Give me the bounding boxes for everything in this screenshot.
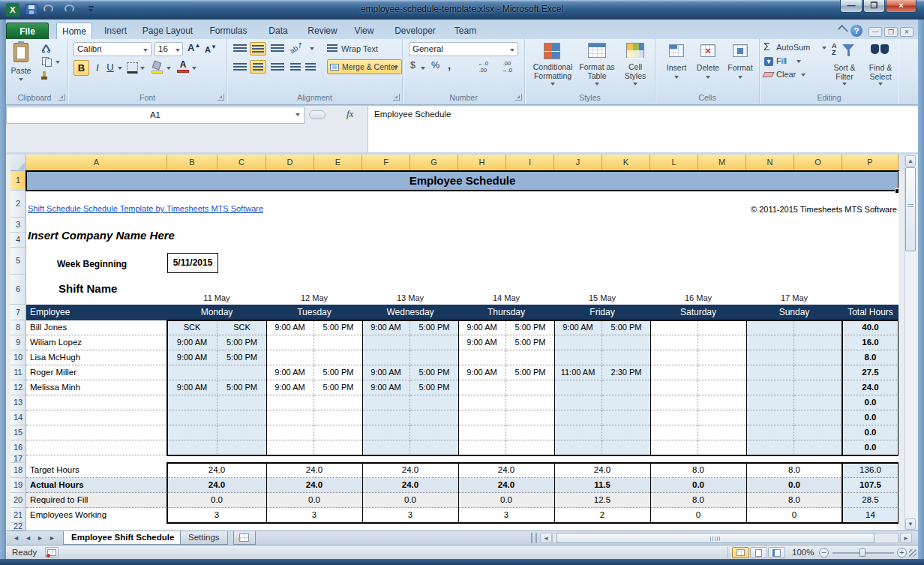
row-header-19[interactable]: 19 <box>10 478 26 493</box>
column-header-E[interactable]: E <box>314 155 362 171</box>
summary-total-r21[interactable]: 14 <box>842 508 898 523</box>
font-color-button[interactable]: A <box>176 60 190 75</box>
conditional-formatting-button[interactable]: Conditional Formatting <box>530 41 576 90</box>
underline-button[interactable]: U <box>104 60 116 76</box>
summary-value-r20-d3[interactable]: 0.0 <box>362 493 458 508</box>
paste-dropdown-icon[interactable] <box>19 78 23 81</box>
maximize-button[interactable]: ❐ <box>863 0 885 13</box>
cell-shift-start-r15-d5[interactable] <box>554 425 602 440</box>
cell-shift-end-r14-d6[interactable] <box>698 410 746 425</box>
summary-value-r20-d6[interactable]: 8.0 <box>650 493 746 508</box>
cell-shift-start-r14-d2[interactable] <box>266 410 314 425</box>
summary-value-r21-d1[interactable]: 3 <box>167 508 266 523</box>
cell-shift-start-r15-d3[interactable] <box>362 425 410 440</box>
cell-name-melissa-minh[interactable]: Melissa Minh <box>26 380 167 395</box>
cell-shift-end-r15-d6[interactable] <box>698 425 746 440</box>
resize-grip[interactable] <box>909 549 916 557</box>
column-header-I[interactable]: I <box>506 155 554 171</box>
minimize-button[interactable]: — <box>840 0 862 13</box>
cell-shift-start-r12-d5[interactable] <box>554 380 602 395</box>
cell-shift-start-r16-d1[interactable] <box>167 440 218 455</box>
column-header-D[interactable]: D <box>266 155 314 171</box>
cell-shift-end-r15-d5[interactable] <box>602 425 650 440</box>
column-header-K[interactable]: K <box>602 155 650 171</box>
workbook-restore-button[interactable]: ❐ <box>884 27 898 37</box>
cell-shift-start-r15-d1[interactable] <box>167 425 218 440</box>
summary-value-r19-d5[interactable]: 11.5 <box>554 478 650 493</box>
align-middle-icon[interactable] <box>250 42 266 56</box>
cell-styles-button[interactable]: Cell Styles <box>618 41 652 90</box>
cell-shift-end-r9-d7[interactable] <box>794 335 842 350</box>
cell-shift-end-r8-d7[interactable] <box>794 320 842 335</box>
vscroll-thumb[interactable] <box>905 167 916 251</box>
summary-value-r21-d7[interactable]: 0 <box>746 508 842 523</box>
summary-value-r19-d3[interactable]: 24.0 <box>362 478 458 493</box>
company-name-cell[interactable]: Insert Company Name Here <box>28 229 328 245</box>
cell-total-r11[interactable]: 27.5 <box>842 365 898 380</box>
italic-button[interactable]: I <box>92 60 104 76</box>
cell-shift-end-r10-d1[interactable]: 5:00 PM <box>218 350 266 365</box>
cell-name-lisa-mchugh[interactable]: Lisa McHugh <box>26 350 167 365</box>
cell-shift-end-r12-d4[interactable] <box>506 380 554 395</box>
cell-shift-end-r14-d5[interactable] <box>602 410 650 425</box>
summary-value-r18-d6[interactable]: 8.0 <box>650 463 746 478</box>
summary-label-actual-hours[interactable]: Actual Hours <box>26 478 167 493</box>
copy-button[interactable] <box>40 56 63 68</box>
cell-shift-start-r9-d3[interactable] <box>362 335 410 350</box>
align-right-icon[interactable] <box>271 63 284 72</box>
summary-value-r18-d4[interactable]: 24.0 <box>458 463 554 478</box>
cell-shift-end-r14-d1[interactable] <box>218 410 266 425</box>
summary-value-r19-d4[interactable]: 24.0 <box>458 478 554 493</box>
week-beginning-value[interactable]: 5/11/2015 <box>167 253 218 273</box>
cell-shift-start-r16-d2[interactable] <box>266 440 314 455</box>
insert-cells-button[interactable]: Insert <box>662 41 692 90</box>
next-sheet-icon[interactable]: ► <box>34 533 46 543</box>
decrease-decimal-button[interactable]: .00→.0 <box>497 60 517 75</box>
cell-shift-start-r14-d1[interactable] <box>167 410 218 425</box>
insert-function-icon[interactable]: fx <box>346 108 363 122</box>
merge-center-button[interactable]: Merge & Center <box>327 59 402 74</box>
cell-shift-start-r13-d1[interactable] <box>167 395 218 410</box>
ribbon-tab-formulas[interactable]: Formulas <box>204 23 253 39</box>
paste-button[interactable]: Paste <box>6 41 36 87</box>
summary-value-r21-d3[interactable]: 3 <box>362 508 458 523</box>
cell-shift-end-r16-d4[interactable] <box>506 440 554 455</box>
cell-shift-end-r10-d3[interactable] <box>410 350 458 365</box>
cell-total-r16[interactable]: 0.0 <box>842 440 898 455</box>
cell-shift-start-r15-d6[interactable] <box>650 425 698 440</box>
copy-dropdown-icon[interactable] <box>56 61 60 64</box>
cell-shift-end-r11-d3[interactable]: 5:00 PM <box>410 365 458 380</box>
row-header-11[interactable]: 11 <box>10 365 26 380</box>
orientation-icon[interactable]: ab↗ <box>288 38 310 60</box>
row-header-6[interactable]: 6 <box>10 275 26 305</box>
accounting-dropdown-icon[interactable] <box>421 67 425 70</box>
cell-shift-start-r8-d3[interactable]: 9:00 AM <box>362 320 410 335</box>
fill-button[interactable]: ▼ Fill <box>764 56 808 68</box>
zoom-in-icon[interactable]: + <box>897 548 907 557</box>
cell-shift-end-r13-d7[interactable] <box>794 395 842 410</box>
cell-shift-start-r9-d6[interactable] <box>650 335 698 350</box>
cell-shift-end-r8-d4[interactable]: 5:00 PM <box>506 320 554 335</box>
summary-value-r18-d7[interactable]: 8.0 <box>746 463 842 478</box>
cell-shift-start-r16-d7[interactable] <box>746 440 794 455</box>
cell-shift-end-r14-d2[interactable] <box>314 410 362 425</box>
row-header-14[interactable]: 14 <box>10 410 26 425</box>
hscroll-right-icon[interactable]: ► <box>900 533 912 543</box>
ribbon-tab-review[interactable]: Review <box>304 23 341 39</box>
row-header-2[interactable]: 2 <box>10 191 26 218</box>
cell-shift-end-r13-d5[interactable] <box>602 395 650 410</box>
summary-total-r18[interactable]: 136.0 <box>842 463 898 478</box>
align-top-icon[interactable] <box>233 44 247 53</box>
cell-shift-start-r10-d4[interactable] <box>458 350 506 365</box>
cell-shift-end-r11-d1[interactable] <box>218 365 266 380</box>
column-header-F[interactable]: F <box>362 155 410 171</box>
cell-shift-end-r10-d2[interactable] <box>314 350 362 365</box>
view-page-break-button[interactable] <box>768 547 785 558</box>
template-link[interactable]: Shift Schedule Schedule Template by Time… <box>28 204 418 215</box>
cell-shift-start-r9-d5[interactable] <box>554 335 602 350</box>
cell-name-empty-13[interactable] <box>26 395 167 410</box>
cell-shift-start-r9-d2[interactable] <box>266 335 314 350</box>
cell-shift-end-r8-d2[interactable]: 5:00 PM <box>314 320 362 335</box>
vscroll-down-icon[interactable]: ▼ <box>905 518 916 530</box>
cell-total-r9[interactable]: 16.0 <box>842 335 898 350</box>
